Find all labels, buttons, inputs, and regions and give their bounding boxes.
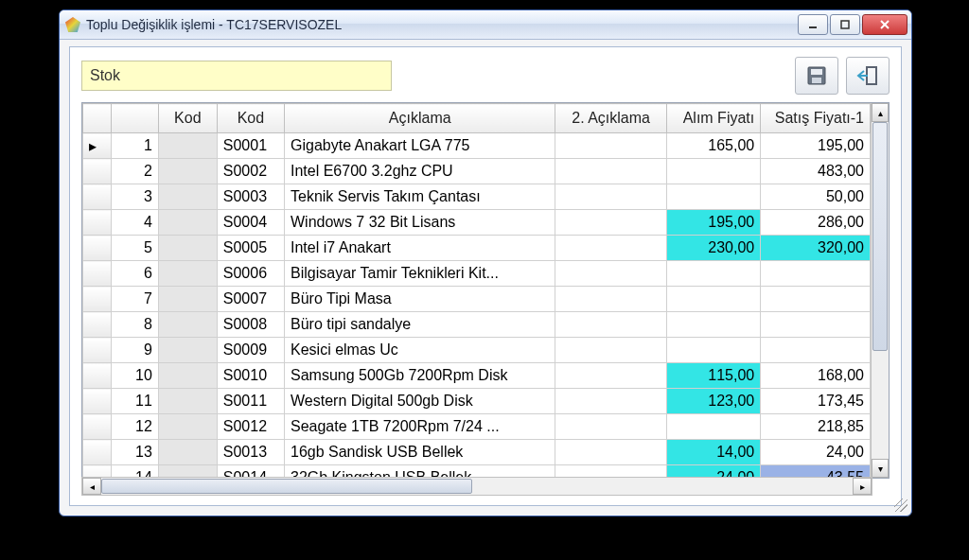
cell-rownum[interactable]: 12	[111, 414, 158, 440]
cell-kod1[interactable]	[158, 414, 217, 440]
cell-rownum[interactable]: 2	[111, 159, 158, 184]
cell-satis[interactable]: 168,00	[761, 363, 871, 389]
cell-alim[interactable]	[666, 312, 760, 338]
cell-desc2[interactable]	[555, 236, 666, 261]
cell-desc2[interactable]	[555, 363, 666, 389]
cell-alim[interactable]: 24,00	[666, 465, 760, 479]
cell-desc[interactable]: Samsung 500Gb 7200Rpm Disk	[285, 363, 555, 389]
hscroll-track[interactable]	[101, 478, 853, 495]
cell-kod2[interactable]: S0007	[217, 287, 284, 312]
cell-kod2[interactable]: S0001	[217, 133, 284, 159]
cell-desc[interactable]: Intel i7 Anakart	[285, 236, 555, 261]
save-button[interactable]	[795, 57, 838, 95]
cell-satis[interactable]: 218,85	[761, 414, 871, 440]
cell-kod1[interactable]	[158, 159, 217, 184]
cell-desc2[interactable]	[555, 312, 666, 338]
cell-satis[interactable]: 320,00	[761, 236, 871, 261]
cell-kod2[interactable]: S0005	[217, 236, 284, 261]
cell-desc[interactable]: Intel E6700 3.2ghz CPU	[285, 159, 555, 184]
table-row[interactable]: 4S0004Windows 7 32 Bit Lisans195,00286,0…	[83, 210, 871, 236]
cell-satis[interactable]: 43,55	[761, 465, 871, 479]
table-row[interactable]: 12S0012Seagate 1TB 7200Rpm 7/24 ...218,8…	[83, 414, 871, 440]
cell-kod2[interactable]: S0013	[217, 440, 284, 465]
table-row[interactable]: ▸1S0001Gigabyte Anakart LGA 775165,00195…	[83, 133, 871, 159]
row-indicator[interactable]	[83, 312, 112, 338]
cell-alim[interactable]	[666, 184, 760, 210]
row-header-blank[interactable]	[83, 104, 112, 133]
row-indicator[interactable]: ▸	[83, 133, 112, 159]
cell-alim[interactable]	[666, 338, 760, 363]
cell-kod2[interactable]: S0008	[217, 312, 284, 338]
cell-kod2[interactable]: S0014	[217, 465, 284, 479]
data-grid[interactable]: Kod Kod Açıklama 2. Açıklama Alım Fiyatı…	[81, 102, 890, 479]
cell-rownum[interactable]: 6	[111, 261, 158, 287]
cell-kod1[interactable]	[158, 338, 217, 363]
table-row[interactable]: 9S0009Kesici elmas Uc	[83, 338, 871, 363]
cell-desc[interactable]: 16gb Sandisk USB Bellek	[285, 440, 555, 465]
resize-grip[interactable]	[894, 499, 907, 512]
cell-desc2[interactable]	[555, 465, 666, 479]
cell-desc2[interactable]	[555, 184, 666, 210]
cell-desc[interactable]: Windows 7 32 Bit Lisans	[285, 210, 555, 236]
cell-rownum[interactable]: 10	[111, 363, 158, 389]
cell-desc2[interactable]	[555, 440, 666, 465]
cell-alim[interactable]	[666, 159, 760, 184]
table-row[interactable]: 8S0008Büro tipi sandalye	[83, 312, 871, 338]
row-indicator[interactable]	[83, 389, 112, 414]
cell-alim[interactable]: 230,00	[666, 236, 760, 261]
close-button[interactable]	[862, 14, 907, 35]
cell-kod1[interactable]	[158, 465, 217, 479]
row-indicator[interactable]	[83, 210, 112, 236]
cell-satis[interactable]	[761, 287, 871, 312]
col-alim-header[interactable]: Alım Fiyatı	[666, 104, 760, 133]
vertical-scrollbar[interactable]: ▴ ▾	[871, 103, 889, 478]
cell-alim[interactable]	[666, 287, 760, 312]
row-indicator[interactable]	[83, 261, 112, 287]
row-indicator[interactable]	[83, 414, 112, 440]
cell-alim[interactable]: 165,00	[666, 133, 760, 159]
cell-desc2[interactable]	[555, 287, 666, 312]
cell-rownum[interactable]: 14	[111, 465, 158, 479]
cell-kod2[interactable]: S0009	[217, 338, 284, 363]
stok-field[interactable]: Stok	[81, 61, 392, 91]
maximize-button[interactable]	[830, 14, 860, 35]
cell-satis[interactable]	[761, 338, 871, 363]
row-indicator[interactable]	[83, 338, 112, 363]
table-row[interactable]: 2S0002Intel E6700 3.2ghz CPU483,00	[83, 159, 871, 184]
cell-desc2[interactable]	[555, 133, 666, 159]
col-kod1-header[interactable]: Kod	[158, 104, 217, 133]
cell-alim[interactable]: 195,00	[666, 210, 760, 236]
cell-kod2[interactable]: S0003	[217, 184, 284, 210]
cell-alim[interactable]: 14,00	[666, 440, 760, 465]
cell-desc[interactable]: Büro tipi sandalye	[285, 312, 555, 338]
cell-kod1[interactable]	[158, 389, 217, 414]
cell-kod1[interactable]	[158, 236, 217, 261]
vscroll-thumb[interactable]	[872, 122, 888, 351]
row-indicator[interactable]	[83, 440, 112, 465]
cell-satis[interactable]: 483,00	[761, 159, 871, 184]
cell-alim[interactable]: 123,00	[666, 389, 760, 414]
cell-desc2[interactable]	[555, 389, 666, 414]
cell-kod2[interactable]: S0012	[217, 414, 284, 440]
cell-alim[interactable]	[666, 261, 760, 287]
titlebar[interactable]: Toplu Değişiklik işlemi - TC17SERVISOZEL	[60, 10, 911, 40]
cell-kod1[interactable]	[158, 210, 217, 236]
table-row[interactable]: 10S0010Samsung 500Gb 7200Rpm Disk115,001…	[83, 363, 871, 389]
cell-rownum[interactable]: 8	[111, 312, 158, 338]
table-row[interactable]: 11S0011Western Digital 500gb Disk123,001…	[83, 389, 871, 414]
table-row[interactable]: 3S0003Teknik Servis Takım Çantası50,00	[83, 184, 871, 210]
cell-rownum[interactable]: 7	[111, 287, 158, 312]
cell-satis[interactable]	[761, 261, 871, 287]
minimize-button[interactable]	[798, 14, 828, 35]
cell-kod1[interactable]	[158, 312, 217, 338]
cell-rownum[interactable]: 4	[111, 210, 158, 236]
cell-desc2[interactable]	[555, 210, 666, 236]
cell-kod2[interactable]: S0002	[217, 159, 284, 184]
row-indicator[interactable]	[83, 287, 112, 312]
cell-desc2[interactable]	[555, 159, 666, 184]
cell-desc[interactable]: Western Digital 500gb Disk	[285, 389, 555, 414]
cell-kod1[interactable]	[158, 133, 217, 159]
cell-rownum[interactable]: 13	[111, 440, 158, 465]
col-desc2-header[interactable]: 2. Açıklama	[555, 104, 666, 133]
vscroll-track[interactable]	[872, 122, 889, 459]
